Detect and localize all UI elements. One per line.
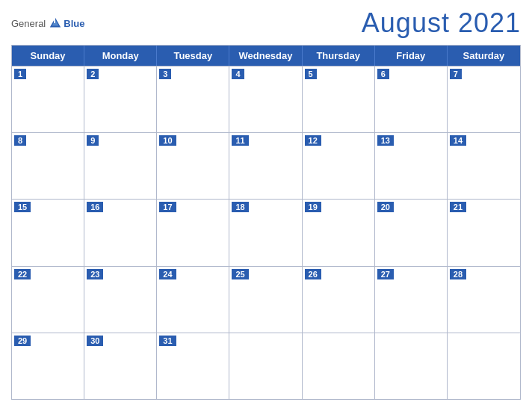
day-cell-1: 1 [12,67,84,132]
day-number: 11 [232,135,248,146]
day-number: 26 [305,269,321,279]
day-cell-5: 5 [303,67,375,132]
header-row: General Blue August 2021 [11,7,521,39]
day-cell-11: 11 [229,133,302,199]
day-number: 19 [305,202,321,212]
day-cell-19: 19 [303,200,375,265]
day-number: 24 [159,269,176,279]
day-cell-23: 23 [84,267,157,333]
day-number: 22 [14,269,31,279]
week-row-2: 891011121314 [12,132,520,199]
day-cell-26: 26 [303,267,375,333]
day-cell-empty [303,333,375,399]
day-number: 5 [305,69,317,79]
month-title: August 2021 [362,7,521,39]
logo-text: General Blue [11,16,84,30]
day-number: 7 [450,69,462,79]
header-friday: Friday [375,46,448,66]
header-tuesday: Tuesday [157,46,229,66]
logo-icon [49,16,62,30]
week-row-5: 293031 [12,333,520,399]
day-cell-29: 29 [12,333,84,399]
day-number: 4 [232,69,244,79]
header-sunday: Sunday [12,46,84,66]
header-monday: Monday [84,46,157,66]
day-cell-18: 18 [229,200,302,265]
day-cell-8: 8 [12,133,84,199]
day-number: 18 [232,202,248,212]
day-number: 2 [87,69,99,79]
day-number: 20 [377,202,394,212]
day-cell-4: 4 [229,67,302,132]
calendar-container: General Blue August 2021 Sunday Monday T… [0,0,532,411]
day-cell-31: 31 [157,333,229,399]
day-number: 8 [14,135,26,146]
day-cell-27: 27 [375,267,448,333]
day-number: 25 [232,269,248,279]
day-number: 30 [87,336,103,346]
day-number: 27 [377,269,394,279]
day-cell-30: 30 [84,333,157,399]
day-number: 15 [14,202,31,212]
svg-rect-2 [54,18,55,23]
day-number: 31 [159,336,176,346]
day-cell-13: 13 [375,133,448,199]
day-number: 14 [450,135,466,146]
day-cell-25: 25 [229,267,302,333]
day-number: 10 [159,135,176,146]
day-cell-14: 14 [448,133,520,199]
day-number: 28 [450,269,466,279]
day-number: 17 [159,202,176,212]
weeks-container: 1234567891011121314151617181920212223242… [12,66,520,399]
day-cell-16: 16 [84,200,157,265]
day-cell-28: 28 [448,267,520,333]
day-cell-20: 20 [375,200,448,265]
header-saturday: Saturday [448,46,520,66]
week-row-1: 1234567 [12,66,520,132]
logo-blue-text: Blue [64,18,84,29]
day-cell-3: 3 [157,67,229,132]
day-cell-empty [448,333,520,399]
day-cell-15: 15 [12,200,84,265]
day-cell-empty [375,333,448,399]
day-cell-7: 7 [448,67,520,132]
day-number: 29 [14,336,31,346]
week-row-4: 22232425262728 [12,266,520,333]
day-cell-22: 22 [12,267,84,333]
day-cell-2: 2 [84,67,157,132]
day-headers: Sunday Monday Tuesday Wednesday Thursday… [12,46,520,66]
day-number: 23 [87,269,103,279]
day-number: 16 [87,202,103,212]
day-number: 21 [450,202,466,212]
day-cell-12: 12 [303,133,375,199]
header-thursday: Thursday [303,46,375,66]
logo-area: General Blue [11,16,84,30]
day-cell-empty [229,333,302,399]
day-number: 6 [377,69,389,79]
week-row-3: 15161718192021 [12,199,520,265]
day-number: 1 [14,69,26,79]
day-number: 12 [305,135,321,146]
day-cell-21: 21 [448,200,520,265]
day-number: 13 [377,135,394,146]
day-cell-10: 10 [157,133,229,199]
logo-general-text: General [11,18,46,29]
day-number: 9 [87,135,99,146]
day-cell-6: 6 [375,67,448,132]
day-cell-9: 9 [84,133,157,199]
day-number: 3 [159,69,171,79]
header-wednesday: Wednesday [229,46,302,66]
day-cell-24: 24 [157,267,229,333]
day-cell-17: 17 [157,200,229,265]
calendar-grid: Sunday Monday Tuesday Wednesday Thursday… [11,45,521,400]
